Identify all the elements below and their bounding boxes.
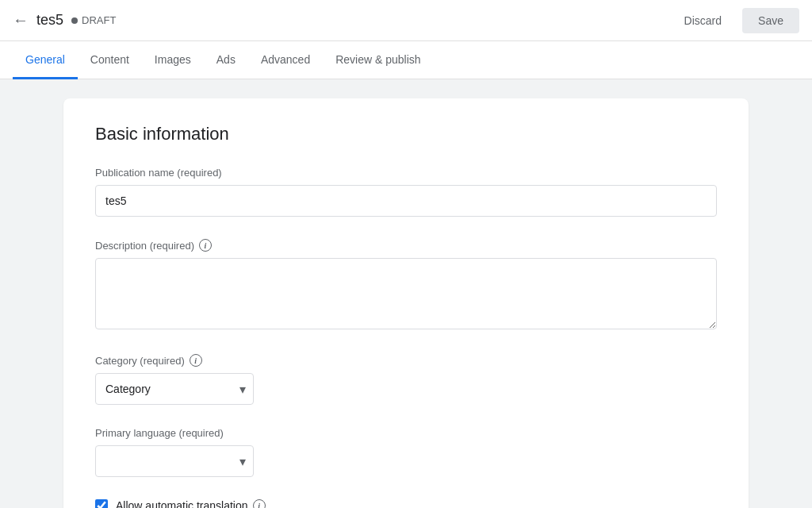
allow-translation-label: Allow automatic translation i [116,499,266,508]
primary-language-field: Primary language (required) English Span… [95,427,717,477]
description-label: Description (required) i [95,239,717,252]
main-content: Basic information Publication name (requ… [0,79,812,508]
page-title: tes5 [36,12,63,29]
nav-tabs: General Content Images Ads Advanced Revi… [0,41,812,79]
translation-info-icon[interactable]: i [253,499,266,508]
language-select[interactable]: English Spanish French German [95,445,254,477]
language-select-wrapper: English Spanish French German ▾ [95,445,254,477]
header-actions: Discard Save [672,8,799,33]
tab-images[interactable]: Images [142,42,204,79]
description-input[interactable] [95,258,717,329]
publication-name-field: Publication name (required) [95,167,717,217]
category-field: Category (required) i Category News Spor… [95,354,717,405]
category-select-wrapper: Category News Sports Technology Entertai… [95,373,254,405]
draft-status: DRAFT [71,14,116,26]
tab-advanced[interactable]: Advanced [248,42,323,79]
tab-general[interactable]: General [13,42,78,79]
tab-review-publish[interactable]: Review & publish [323,42,433,79]
description-field: Description (required) i [95,239,717,332]
allow-translation-row: Allow automatic translation i [95,499,717,508]
discard-button[interactable]: Discard [672,8,734,33]
back-button[interactable]: ← [13,11,29,29]
tab-content[interactable]: Content [78,42,142,79]
back-icon: ← [13,11,29,29]
category-select[interactable]: Category News Sports Technology Entertai… [95,373,254,405]
category-info-icon[interactable]: i [190,354,202,367]
draft-label: DRAFT [82,14,116,26]
save-button[interactable]: Save [742,8,799,33]
draft-dot-icon [71,17,78,24]
allow-translation-checkbox[interactable] [95,499,108,508]
publication-name-input[interactable] [95,185,717,217]
section-title: Basic information [95,124,717,144]
publication-name-label: Publication name (required) [95,167,717,179]
allow-translation-field: Allow automatic translation i [95,499,717,508]
description-info-icon[interactable]: i [199,239,212,252]
header: ← tes5 DRAFT Discard Save [0,0,812,41]
primary-language-label: Primary language (required) [95,427,717,439]
basic-info-card: Basic information Publication name (requ… [63,98,749,508]
category-label: Category (required) i [95,354,717,367]
tab-ads[interactable]: Ads [204,42,248,79]
header-left: ← tes5 DRAFT [13,11,116,29]
